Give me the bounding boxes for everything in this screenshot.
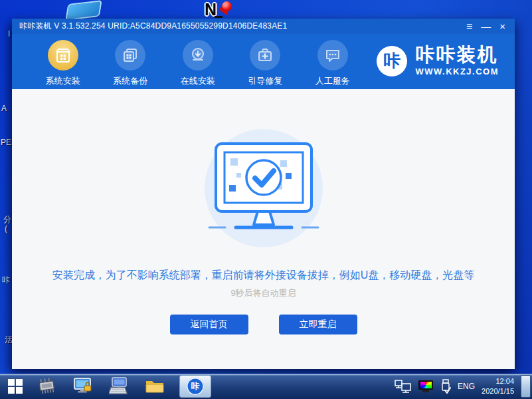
restart-countdown: 9秒后将自动重启	[12, 287, 515, 299]
folder-icon	[145, 378, 165, 395]
system-tray: ENG 12:04 2020/1/15	[395, 374, 532, 399]
success-illustration	[205, 129, 323, 247]
desktop-activation-icon[interactable]: N	[205, 0, 243, 20]
desktop-label-fragment: 咔	[2, 275, 10, 286]
nav-item-human-service[interactable]: 人工服务	[310, 40, 355, 87]
taskbar-item-explorer[interactable]	[143, 376, 166, 396]
usb-eject-icon[interactable]	[440, 379, 451, 394]
clock-time: 12:04	[482, 376, 514, 386]
nav-item-boot-repair[interactable]: 引导修复	[242, 40, 288, 87]
return-home-button[interactable]: 返回首页	[170, 315, 248, 334]
close-button[interactable]: ×	[499, 21, 505, 31]
taskbar: 咔 ENG 12:04 2020/1/15	[0, 374, 532, 399]
start-button[interactable]	[8, 379, 23, 394]
install-box-icon	[48, 40, 78, 70]
button-row: 返回首页 立即重启	[12, 315, 515, 334]
download-icon	[183, 40, 213, 70]
desktop-screen-icon[interactable]	[65, 0, 102, 21]
nav-label: 系统安装	[40, 75, 86, 87]
nav-item-system-backup[interactable]: 系统备份	[107, 40, 153, 87]
taskbar-left: 咔	[0, 374, 211, 399]
monitor-check-icon	[197, 140, 330, 239]
restart-now-button[interactable]: 立即重启	[279, 315, 357, 334]
desktop-label-fragment: A	[1, 104, 7, 113]
chat-bubble-icon	[317, 40, 348, 70]
keyboard-monitor-icon	[109, 377, 129, 396]
key-underscore	[215, 16, 222, 18]
nav-item-online-install[interactable]: 在线安装	[175, 40, 221, 87]
taskbar-item-keyboard[interactable]	[108, 376, 130, 396]
language-indicator[interactable]: ENG	[458, 382, 475, 391]
nav-item-system-install[interactable]: 系统安装	[40, 40, 86, 87]
taskbar-item-display-lock[interactable]	[72, 376, 94, 396]
nav-label: 人工服务	[310, 75, 355, 87]
kaka-installer-window: 咔咔装机 V 3.1.532.254 URID:A5C84DD9A1655055…	[12, 19, 515, 369]
minimize-button[interactable]: —	[481, 21, 491, 31]
taskbar-item-kaka-active[interactable]: 咔	[179, 375, 211, 398]
clock[interactable]: 12:04 2020/1/15	[482, 376, 514, 397]
title-bar: 咔咔装机 V 3.1.532.254 URID:A5C84DD9A1655055…	[12, 19, 515, 34]
brand-url: WWW.KKZJ.COM	[415, 66, 499, 76]
clock-date: 2020/1/15	[482, 386, 514, 396]
brand-name: 咔咔装机	[415, 45, 499, 65]
toolbox-plus-icon	[250, 40, 280, 70]
display-color-icon[interactable]	[418, 380, 433, 392]
window-title: 咔咔装机 V 3.1.532.254 URID:A5C84DD9A1655055…	[19, 21, 287, 32]
nav-label: 在线安装	[175, 75, 221, 87]
kaka-logo-icon: 咔	[377, 46, 407, 76]
desktop-label-fragment: (	[5, 224, 7, 233]
monitor-lock-icon	[73, 377, 93, 396]
window-controls: ≡ — ×	[466, 21, 515, 31]
completion-message: 安装完成，为了不影响系统部署，重启前请将外接设备拔掉，例如U盘，移动硬盘，光盘等	[12, 269, 515, 283]
show-desktop-button[interactable]	[521, 375, 531, 398]
backup-windows-icon	[115, 40, 145, 70]
nav-label: 引导修复	[242, 75, 288, 87]
brand-logo: 咔 咔咔装机 WWW.KKZJ.COM	[377, 45, 499, 76]
memory-chip-icon	[36, 376, 58, 396]
main-content: 安装完成，为了不影响系统部署，重启前请将外接设备拔掉，例如U盘，移动硬盘，光盘等…	[12, 89, 515, 369]
nav-bar: 系统安装 系统备份	[12, 34, 515, 89]
menu-icon[interactable]: ≡	[466, 21, 472, 31]
taskbar-item-chip[interactable]	[36, 376, 58, 396]
kaka-taskbar-icon: 咔	[187, 378, 204, 395]
nav-label: 系统备份	[107, 75, 153, 87]
desktop-label-fragment: I	[8, 29, 10, 39]
network-icon[interactable]	[395, 380, 412, 393]
